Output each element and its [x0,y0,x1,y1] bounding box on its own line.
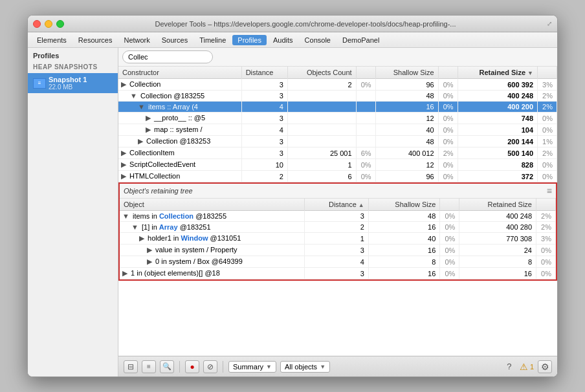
cell-retained-pct: 0% [536,268,556,279]
cell-objects-count [287,136,356,147]
question-button[interactable]: ? [503,360,516,373]
cell-shallow-pct: 0% [440,222,459,233]
cell-object: ▼ [1] in Array @183251 [120,222,305,233]
all-objects-label: All objects [285,363,317,371]
col-distance[interactable]: Distance [241,67,287,79]
minimize-button[interactable] [45,20,52,28]
cell-objects-pct [356,113,375,124]
table-row: ▶ holder1 in Window @131051 1 40 0% 770 … [120,233,556,245]
cell-shallow-pct: 0% [438,136,458,147]
table-row: ▼ [1] in Array @183251 2 16 0% 400 280 2… [120,222,556,233]
table-row: ▼ items :: Array (4 4 16 0% 400 200 2% [118,102,557,113]
menu-timeline[interactable]: Timeline [194,35,231,45]
tree-toggle[interactable]: ▶ [146,114,151,122]
record-button[interactable]: ● [185,360,199,373]
tree-toggle[interactable]: ▶ [146,125,151,133]
sidebar-snapshot-1[interactable]: ≡ Snapshot 1 22.0 MB [28,73,118,93]
panel-toggle-button[interactable]: ⊟ [124,360,138,373]
rcol-object[interactable]: Object [120,199,305,211]
close-button[interactable] [33,20,41,28]
tree-toggle[interactable]: ▶ [147,246,152,254]
resize-icon: ⤢ [547,20,552,27]
cell-objects-pct: 0% [356,159,375,171]
summary-selector: Summary ▼ [228,361,276,373]
cell-constructor: ▼ Collection @183255 [118,91,241,102]
cell-retained-size: 8 [459,256,536,268]
col-constructor[interactable]: Constructor [118,67,241,79]
cell-constructor: ▶ __proto__ :: @5 [118,113,241,124]
cell-objects-count: 1 [287,159,356,171]
cell-distance: 3 [241,147,287,159]
settings-button[interactable]: ⚙ [538,360,552,373]
rcol-shallow[interactable]: Shallow Size [368,199,440,211]
table-row: ▶ __proto__ :: @5 3 12 0% 748 0% [118,113,557,124]
cell-constructor: ▶ ScriptCollectedEvent [118,159,241,171]
col-retained-size[interactable]: Retained Size ▼ [458,67,537,79]
cell-shallow-size: 96 [375,171,438,182]
tree-toggle[interactable]: ▼ [138,103,145,111]
cell-retained-size: 400 280 [459,222,536,233]
search-input[interactable] [122,50,213,63]
menu-resources[interactable]: Resources [73,35,118,45]
menu-elements[interactable]: Elements [32,35,72,45]
menu-network[interactable]: Network [118,35,155,45]
cell-retained-pct: 2% [536,211,556,222]
constructor-label: __proto__ :: @5 [154,114,205,122]
cell-shallow-size: 48 [375,91,438,102]
constructor-label: ScriptCollectedEvent [129,160,195,168]
cell-retained-size: 24 [459,245,536,256]
cell-shallow-size: 400 012 [375,147,438,159]
menu-console[interactable]: Console [300,35,336,45]
cell-shallow-size: 16 [368,245,440,256]
cell-shallow-pct: 0% [440,245,459,256]
cell-shallow-pct: 0% [438,171,458,182]
tree-toggle[interactable]: ▶ [122,269,127,277]
search-button[interactable]: 🔍 [160,360,174,373]
tree-toggle[interactable]: ▼ [131,223,138,231]
menu-demopanel[interactable]: DemoPanel [337,35,384,45]
tree-toggle[interactable]: ▶ [139,234,144,242]
cell-retained-size: 16 [459,268,536,279]
cell-retained-pct: 3% [536,233,556,245]
tree-toggle[interactable]: ▶ [121,160,126,168]
menu-sources[interactable]: Sources [157,35,193,45]
tree-toggle[interactable]: ▶ [121,149,126,157]
cell-shallow-size: 12 [375,113,438,124]
sidebar-section-label: HEAP SNAPSHOTS [28,62,118,73]
warning-count: 1 [530,363,534,371]
tree-toggle[interactable]: ▼ [122,212,129,220]
tree-toggle[interactable]: ▶ [121,80,126,88]
cell-retained-size: 770 308 [459,233,536,245]
no-record-button[interactable]: ⊘ [203,360,217,373]
cell-shallow-size: 16 [375,102,438,113]
summary-dropdown[interactable]: Summary ▼ [228,361,276,373]
tree-toggle[interactable]: ▶ [147,257,152,265]
constructor-label: Collection @183253 [146,137,210,145]
all-objects-dropdown[interactable]: All objects ▼ [280,361,330,373]
col-objects-count[interactable]: Objects Count [287,67,356,79]
tree-view-button[interactable]: ≡ [142,360,156,373]
table-header-row: Constructor Distance Objects Count Shall… [118,67,557,79]
cell-distance: 4 [241,124,287,136]
col-shallow-size[interactable]: Shallow Size [375,67,438,79]
menubar: Elements Resources Network Sources Timel… [28,32,557,48]
table-row: ▶ map :: system / 4 40 0% 104 0% [118,124,557,136]
main-area: Profiles HEAP SNAPSHOTS ≡ Snapshot 1 22.… [28,48,557,376]
window-controls [33,20,64,28]
menu-profiles[interactable]: Profiles [232,35,267,45]
maximize-button[interactable] [56,20,64,28]
table-row: ▶ Collection @183253 3 48 0% 200 144 1% [118,136,557,147]
sort-arrow-up: ▲ [359,202,364,208]
rcol-retained[interactable]: Retained Size [459,199,536,211]
cell-retained-pct: 3% [538,79,557,91]
rcol-distance[interactable]: Distance ▲ [305,199,369,211]
cell-shallow-pct: 0% [440,256,459,268]
cell-retained-pct: 1% [538,136,557,147]
tree-toggle[interactable]: ▼ [130,92,137,100]
cell-objects-count [287,91,356,102]
tree-toggle[interactable]: ▶ [138,137,143,145]
warning-badge: ⚠ 1 [520,362,534,372]
menu-audits[interactable]: Audits [268,35,298,45]
cell-distance: 4 [241,102,287,113]
tree-toggle[interactable]: ▶ [121,172,126,180]
